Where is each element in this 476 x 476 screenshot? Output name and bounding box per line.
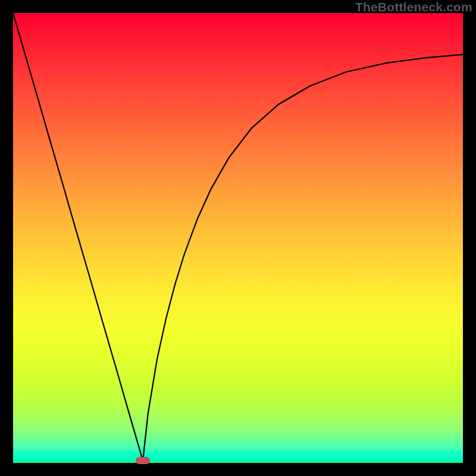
watermark-text: TheBottleneck.com xyxy=(355,0,472,14)
bottleneck-curve xyxy=(13,13,463,461)
chart-line-layer xyxy=(13,13,463,463)
minimum-marker xyxy=(136,457,150,464)
